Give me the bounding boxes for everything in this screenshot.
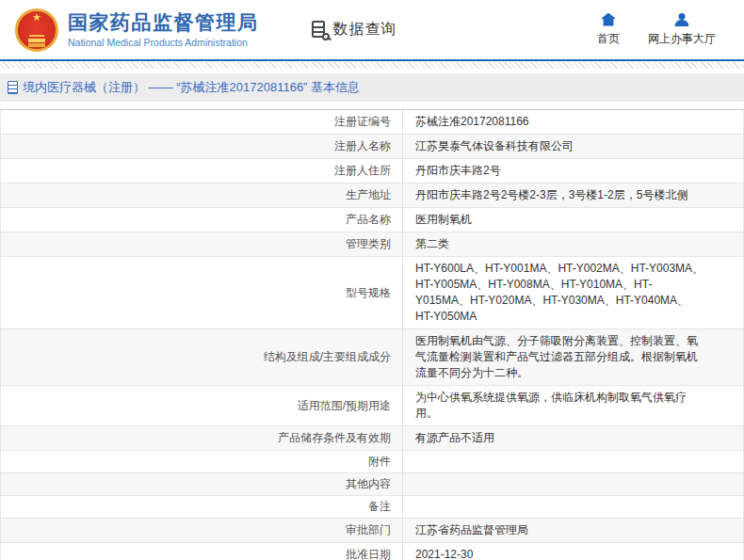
row-value: 为中心供氧系统提供氧源，供临床机构制取氧气供氧疗用。 [403, 386, 743, 425]
table-row: 产品储存条件及有效期有源产品不适用 [1, 426, 743, 451]
row-label-text: 型号规格 [346, 286, 391, 300]
brand-block: 国家药品监督管理局 National Medical Products Admi… [68, 11, 259, 48]
row-label: 生产地址 [1, 184, 403, 207]
info-table: 注册证编号苏械注准20172081166注册人名称江苏昊泰气体设备科技有限公司注… [0, 109, 744, 560]
row-label-text: 其他内容 [346, 477, 391, 491]
nav-home-label: 首页 [597, 31, 620, 47]
table-row: 注册人名称江苏昊泰气体设备科技有限公司 [1, 135, 743, 159]
table-row: 附件 [1, 451, 743, 473]
page-title: 境内医疗器械（注册） —— “苏械注准20172081166” 基本信息 [23, 79, 360, 96]
site-header: ★ 国家药品监督管理局 National Medical Products Ad… [0, 0, 744, 59]
row-value [403, 451, 743, 472]
row-value: 医用制氧机 [403, 208, 743, 232]
row-label: 型号规格 [1, 257, 403, 328]
row-value: 苏械注准20172081166 [403, 110, 743, 134]
row-value: 第二类 [403, 232, 743, 256]
row-label: 注册证编号 [1, 110, 403, 134]
row-value: 有源产品不适用 [403, 426, 743, 450]
row-label-text: 批准日期 [346, 548, 391, 560]
row-label: 产品名称 [1, 208, 403, 232]
data-query-label: 数据查询 [333, 20, 397, 40]
row-value [403, 473, 743, 495]
row-label: 其他内容 [1, 473, 403, 495]
row-label: 批准日期 [1, 543, 403, 560]
row-value: 丹阳市庆丰路2号2号楼2-3层，3号楼1-2层，5号楼北侧 [403, 184, 743, 207]
document-search-icon [312, 21, 328, 40]
row-value [403, 496, 743, 518]
table-row: 注册人住所丹阳市庆丰路2号 [1, 159, 743, 184]
table-row: 批准日期2021-12-30 [1, 543, 743, 560]
row-label: 备注 [1, 496, 403, 518]
row-label: 注册人名称 [1, 135, 403, 158]
table-row: 结构及组成/主要组成成分医用制氧机由气源、分子筛吸附分离装置、控制装置、氧气流量… [1, 329, 743, 386]
row-label-text: 注册人名称 [334, 139, 391, 153]
org-name-zh: 国家药品监督管理局 [68, 11, 259, 34]
nav-online-hall-label: 网上办事大厅 [648, 31, 716, 47]
row-label-text: 产品名称 [346, 213, 391, 227]
header-nav: 首页 网上办事大厅 [597, 13, 729, 47]
user-icon [674, 13, 689, 26]
row-value: 江苏昊泰气体设备科技有限公司 [403, 135, 743, 158]
row-label: 审批部门 [1, 519, 403, 542]
row-label-text: 产品储存条件及有效期 [278, 431, 391, 445]
row-label-text: 附件 [368, 455, 391, 469]
breadcrumb-bar: 境内医疗器械（注册） —— “苏械注准20172081166” 基本信息 [0, 73, 744, 102]
table-row: 产品名称医用制氧机 [1, 208, 743, 232]
document-icon [8, 81, 18, 94]
emblem-gate-icon [28, 39, 45, 42]
row-label-text: 生产地址 [346, 188, 391, 202]
row-value: 医用制氧机由气源、分子筛吸附分离装置、控制装置、氧气流量检测装置和产品气过滤器五… [403, 329, 743, 385]
nav-item-online-hall[interactable]: 网上办事大厅 [648, 13, 716, 47]
table-row: 备注 [1, 496, 743, 519]
row-value: 2021-12-30 [403, 543, 743, 560]
row-label: 注册人住所 [1, 159, 403, 183]
row-label: 管理类别 [1, 232, 403, 256]
row-value: 江苏省药品监督管理局 [403, 519, 743, 542]
table-row: 注册证编号苏械注准20172081166 [1, 110, 743, 135]
header-divider-hatch [0, 62, 744, 69]
row-label-text: 审批部门 [346, 523, 391, 537]
row-value: 丹阳市庆丰路2号 [403, 159, 743, 183]
national-emblem-logo: ★ [15, 8, 58, 52]
row-label: 适用范围/预期用途 [1, 386, 403, 425]
data-query-section: 数据查询 [312, 20, 397, 40]
row-label-text: 管理类别 [346, 237, 391, 251]
emblem-star-icon: ★ [32, 12, 41, 23]
row-label: 结构及组成/主要组成成分 [1, 329, 403, 385]
home-icon [601, 13, 616, 26]
table-row: 审批部门江苏省药品监督管理局 [1, 519, 743, 543]
table-row: 管理类别第二类 [1, 232, 743, 257]
row-label-text: 注册证编号 [334, 115, 391, 129]
row-value: HT-Y600LA、HT-Y001MA、HT-Y002MA、HT-Y003MA、… [403, 257, 743, 328]
row-label: 产品储存条件及有效期 [1, 426, 403, 450]
header-divider-blue [0, 59, 744, 61]
table-row: 生产地址丹阳市庆丰路2号2号楼2-3层，3号楼1-2层，5号楼北侧 [1, 184, 743, 208]
row-label-text: 结构及组成/主要组成成分 [264, 350, 391, 364]
table-row: 型号规格HT-Y600LA、HT-Y001MA、HT-Y002MA、HT-Y00… [1, 257, 743, 329]
nav-item-home[interactable]: 首页 [597, 13, 620, 47]
row-label: 附件 [1, 451, 403, 472]
org-name-en: National Medical Products Administration [68, 37, 259, 48]
table-row: 适用范围/预期用途为中心供氧系统提供氧源，供临床机构制取氧气供氧疗用。 [1, 386, 743, 426]
row-label-text: 适用范围/预期用途 [298, 399, 391, 413]
table-row: 其他内容 [1, 473, 743, 496]
row-label-text: 备注 [368, 500, 391, 514]
row-label-text: 注册人住所 [334, 164, 391, 178]
